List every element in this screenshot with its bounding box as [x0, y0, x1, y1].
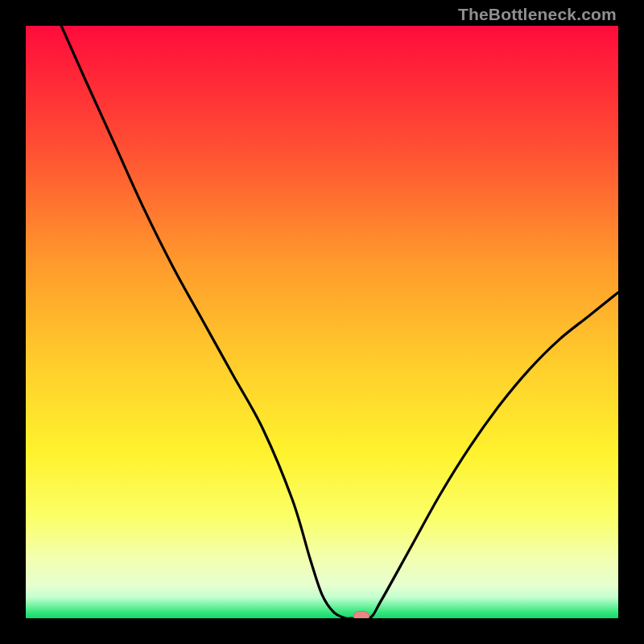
plot-area — [26, 26, 618, 618]
watermark-text: TheBottleneck.com — [458, 5, 617, 24]
optimum-marker — [353, 611, 369, 618]
chart-frame: TheBottleneck.com — [0, 0, 644, 644]
bottleneck-curve — [26, 26, 618, 618]
